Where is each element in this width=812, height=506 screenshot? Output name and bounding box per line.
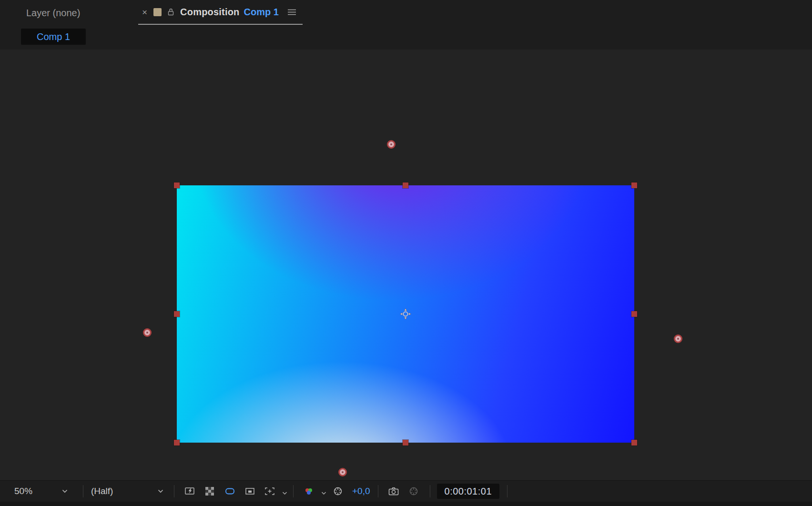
selection-handle-bottom-right[interactable] xyxy=(631,440,637,445)
composition-viewport[interactable] xyxy=(0,50,812,480)
region-of-interest-icon xyxy=(245,487,255,496)
tab-layer[interactable]: Layer (none) xyxy=(26,7,80,19)
effect-control-point-right[interactable] xyxy=(674,334,682,343)
current-time-display[interactable]: 0:00:01:01 xyxy=(437,484,500,499)
exposure-value[interactable]: +0,0 xyxy=(352,486,370,496)
mask-visibility-button[interactable] xyxy=(221,484,238,498)
chevron-down-icon xyxy=(62,489,68,493)
magnification-value: 50% xyxy=(14,486,32,496)
chevron-down-icon[interactable] xyxy=(321,492,326,495)
selection-handle-top-left[interactable] xyxy=(174,182,180,188)
grid-and-guide-options-button[interactable] xyxy=(261,484,278,498)
effect-control-point-left[interactable] xyxy=(143,328,152,337)
resolution-dropdown[interactable]: (Half) xyxy=(91,486,163,496)
toolbar-separator xyxy=(293,485,294,497)
selection-handle-top-right[interactable] xyxy=(631,182,637,188)
effect-control-point-top[interactable] xyxy=(387,140,396,149)
fast-previews-button[interactable] xyxy=(181,484,198,498)
grid-and-guide-options-icon xyxy=(264,486,275,496)
selection-handle-mid-right[interactable] xyxy=(631,311,637,317)
resolution-value: (Half) xyxy=(91,486,113,496)
tab-title: Composition xyxy=(180,7,239,18)
panel-header: Layer (none) × Composition Comp 1 Comp 1 xyxy=(0,0,812,50)
panel-menu-icon[interactable] xyxy=(288,9,296,15)
transparency-grid-icon xyxy=(205,487,214,496)
snapshot-group xyxy=(385,484,422,498)
viewer-toolbar: 50% (Half) xyxy=(0,480,812,502)
view-toggle-group xyxy=(181,484,287,498)
bottom-strip xyxy=(0,502,812,506)
region-of-interest-button[interactable] xyxy=(241,484,258,498)
chevron-down-icon[interactable] xyxy=(282,492,287,495)
anchor-point-gizmo[interactable] xyxy=(399,308,412,320)
magnification-dropdown[interactable]: 50% xyxy=(14,486,68,496)
camera-icon xyxy=(388,487,399,496)
effect-control-point-bottom[interactable] xyxy=(338,468,347,476)
mask-and-shape-path-visibility-icon xyxy=(225,487,235,496)
tab-comp-name: Comp 1 xyxy=(244,7,279,18)
close-icon[interactable]: × xyxy=(142,8,147,17)
toolbar-separator xyxy=(83,485,83,497)
fast-previews-icon xyxy=(184,486,195,496)
transparency-grid-button[interactable] xyxy=(201,484,218,498)
selection-handle-mid-left[interactable] xyxy=(174,311,180,317)
show-snapshot-icon xyxy=(409,486,418,496)
take-snapshot-button[interactable] xyxy=(385,484,402,498)
toolbar-separator xyxy=(507,485,508,497)
panel-color-swatch[interactable] xyxy=(153,8,162,16)
toolbar-separator xyxy=(430,485,430,497)
comp-selector[interactable]: Comp 1 xyxy=(21,29,86,45)
selection-handle-bottom-left[interactable] xyxy=(174,440,180,445)
lock-icon[interactable] xyxy=(168,8,174,16)
after-effects-composition-panel: Layer (none) × Composition Comp 1 Comp 1 xyxy=(0,0,812,506)
chevron-down-icon xyxy=(158,489,163,493)
tab-composition[interactable]: × Composition Comp 1 xyxy=(138,0,303,25)
channel-settings-button[interactable] xyxy=(300,484,317,498)
toolbar-separator xyxy=(378,485,378,497)
show-snapshot-button[interactable] xyxy=(405,484,422,498)
selection-handle-top-center[interactable] xyxy=(403,182,408,188)
color-exposure-group: +0,0 xyxy=(300,484,370,498)
adjust-exposure-button[interactable] xyxy=(329,484,346,498)
selection-handle-bottom-center[interactable] xyxy=(403,440,408,445)
toolbar-separator xyxy=(174,485,174,497)
channels-rgb-icon xyxy=(304,487,314,496)
exposure-aperture-icon xyxy=(333,486,343,496)
